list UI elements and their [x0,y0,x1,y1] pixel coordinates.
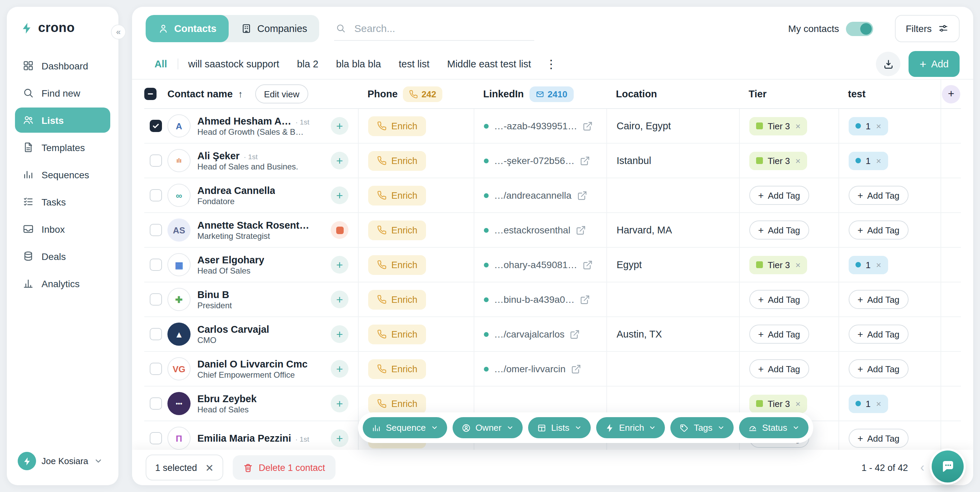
delete-contact-button[interactable]: Delete 1 contact [233,455,335,480]
list-tab-all[interactable]: All [146,59,176,69]
contact-name[interactable]: Carlos Carvajal [197,323,269,334]
row-checkbox[interactable] [150,224,162,236]
external-link-icon[interactable] [570,329,580,339]
sidebar-item-sequences[interactable]: Sequences [15,162,110,187]
quick-add-button[interactable]: + [331,429,348,447]
contact-name[interactable]: Emilia Maria Pezzini [197,433,291,444]
remove-tag-icon[interactable]: × [795,260,801,270]
sidebar-item-tasks[interactable]: Tasks [15,189,110,214]
row-checkbox[interactable] [150,432,162,444]
tab-companies[interactable]: Companies [229,15,320,42]
enrich-phone-button[interactable]: Enrich [368,394,426,413]
add-tag-button[interactable]: +Add Tag [849,186,908,205]
external-link-icon[interactable] [582,121,593,131]
linkedin-link[interactable]: …/omer-livvarcin [474,352,606,386]
row-checkbox[interactable] [150,363,162,375]
linkedin-link[interactable]: …ohary-a459081… [474,248,606,282]
external-link-icon[interactable] [576,225,586,235]
contact-name[interactable]: Annette Stack Rosent… [197,220,309,230]
add-tag-button[interactable]: +Add Tag [849,220,908,240]
user-menu[interactable]: Joe Kosiara [15,448,110,474]
download-button[interactable] [876,52,901,76]
remove-tag-icon[interactable]: × [795,121,801,131]
quick-add-button[interactable]: + [331,186,348,204]
external-link-icon[interactable] [571,364,581,374]
external-link-icon[interactable] [580,156,590,166]
table-row[interactable]: AS Annette Stack Rosent… Marketing Strat… [144,213,961,248]
list-tab-test-list[interactable]: test list [390,59,438,69]
add-tag-button[interactable]: +Add Tag [849,429,908,448]
list-tab-middle-east-test-list[interactable]: Middle east test list [438,59,540,69]
bulk-action-owner[interactable]: Owner [452,417,523,438]
add-tag-button[interactable]: +Add Tag [749,290,809,309]
list-tab-bla-bla-bla[interactable]: bla bla bla [327,59,390,69]
row-checkbox[interactable] [150,154,162,167]
table-row[interactable]: ılı Ali Şeker · 1st Head of Sales and Bu… [144,143,961,178]
enrich-phone-button[interactable]: Enrich [368,185,426,205]
sidebar-item-analytics[interactable]: Analytics [15,271,110,296]
linkedin-link[interactable]: …binu-b-a439a0… [474,282,606,317]
row-checkbox[interactable] [150,293,162,306]
remove-tag-icon[interactable]: × [876,121,881,131]
enrich-phone-button[interactable]: Enrich [368,116,426,136]
tab-contacts[interactable]: Contacts [146,15,229,42]
add-tag-button[interactable]: +Add Tag [749,359,809,378]
table-row[interactable]: ∞ Andrea Cannella Fondatore + Enrich …/a… [144,178,961,213]
sidebar-item-templates[interactable]: Templates [15,135,110,160]
contact-name[interactable]: Ahmed Hesham A… [197,115,291,126]
list-tab-will-saastock-support[interactable]: will saastock support [179,59,288,69]
add-tag-button[interactable]: +Add Tag [749,325,809,344]
enrich-phone-button[interactable]: Enrich [368,255,426,275]
add-column-button[interactable]: + [942,85,960,103]
external-link-icon[interactable] [580,294,590,304]
row-checkbox[interactable] [150,259,162,271]
row-checkbox[interactable] [150,120,162,132]
add-tag-button[interactable]: +Add Tag [849,359,908,378]
row-checkbox[interactable] [150,189,162,201]
contact-name[interactable]: Aser Elgohary [197,254,264,265]
sidebar-item-dashboard[interactable]: Dashboard [15,53,110,78]
prev-page-button[interactable]: ‹ [919,462,926,474]
select-all-checkbox[interactable] [144,88,156,100]
enrich-phone-button[interactable]: Enrich [368,151,426,170]
linkedin-link[interactable]: …-şeker-072b56… [474,143,606,178]
quick-add-button[interactable]: + [331,395,348,412]
add-tag-button[interactable]: +Add Tag [849,290,908,309]
bulk-action-sequence[interactable]: Sequence [363,417,447,438]
remove-tag-icon[interactable]: × [876,260,881,270]
remove-tag-icon[interactable]: × [795,398,801,409]
remove-tag-icon[interactable]: × [795,156,801,166]
contact-name[interactable]: Binu B [197,289,229,300]
column-contact-name[interactable]: Contact name [167,88,233,99]
linkedin-link[interactable]: …/andreacannella [474,178,606,212]
contact-name[interactable]: Ebru Zeybek [197,393,256,404]
quick-add-button[interactable]: + [331,360,348,378]
clear-selection-button[interactable]: ✕ [205,462,214,473]
add-tag-button[interactable]: +Add Tag [749,186,809,205]
quick-add-button[interactable]: + [331,152,348,169]
row-checkbox[interactable] [150,328,162,340]
search-input[interactable] [353,22,533,35]
sort-asc-icon[interactable]: ↑ [238,88,243,99]
external-link-icon[interactable] [582,260,593,270]
chat-widget-button[interactable] [932,451,964,482]
edit-view-button[interactable]: Edit view [255,84,308,103]
quick-add-button[interactable]: + [331,291,348,308]
enrich-phone-button[interactable]: Enrich [368,359,426,379]
quick-add-button[interactable]: + [331,256,348,274]
bulk-action-tags[interactable]: Tags [671,417,733,438]
sidebar-item-inbox[interactable]: Inbox [15,217,110,242]
filters-button[interactable]: Filters [895,15,959,42]
row-checkbox[interactable] [150,397,162,410]
quick-add-button[interactable]: + [331,325,348,343]
sidebar-item-lists[interactable]: Lists [15,108,110,133]
sidebar-item-find-new[interactable]: Find new [15,80,110,105]
table-row[interactable]: A Ahmed Hesham A… · 1st Head of Growth (… [144,109,961,143]
sidebar-item-deals[interactable]: Deals [15,244,110,269]
linkedin-link[interactable]: …-azab-4939951… [474,109,606,143]
enrich-phone-button[interactable]: Enrich [368,290,426,309]
table-row[interactable]: ▲ Carlos Carvajal CMO + Enrich …/carvaja… [144,317,961,352]
quick-add-button[interactable]: + [331,117,348,135]
table-row[interactable]: VG Daniel O Livvarcin Cmc Chief Empowerm… [144,352,961,387]
add-tag-button[interactable]: +Add Tag [749,220,809,240]
